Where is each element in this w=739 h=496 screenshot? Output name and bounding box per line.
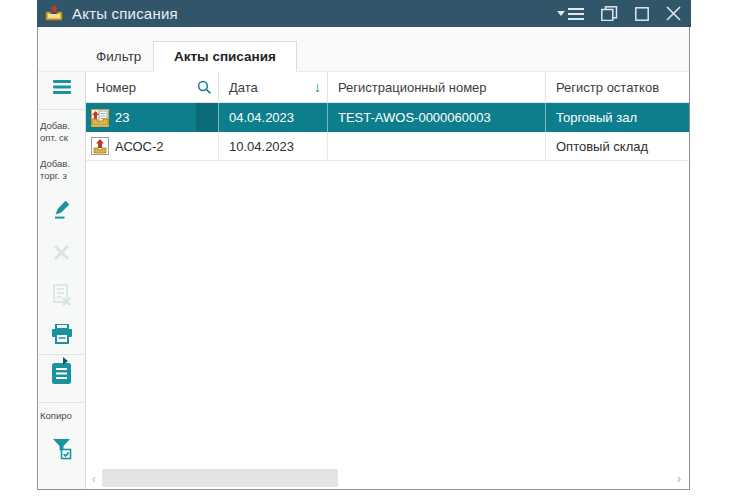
restore-window-button[interactable] [601,6,618,21]
hamburger-menu-icon [53,80,71,94]
table-row-selected[interactable]: 23 04.04.2023 TEST-AWOS-0000060003 Торго… [86,103,689,132]
pencil-edit-icon [51,198,72,220]
filter-checkbox-icon [52,438,72,460]
window-title: Акты списания [72,5,178,22]
acts-table: Номер Дата ↓ [86,72,689,489]
cell-number-value: 23 [115,110,129,125]
document-report-icon [51,362,72,385]
cell-number[interactable]: 23 [86,103,219,132]
cell-register-value: Оптовый склад [556,139,648,154]
submenu-arrow-icon [63,357,68,365]
scrollbar-thumb[interactable] [102,469,338,487]
sidebar-menu-button[interactable] [38,80,85,94]
maximize-window-icon [635,7,649,21]
add-tradehall-button[interactable]: Добав. торг. з [40,158,85,182]
scroll-right-button[interactable]: › [673,469,685,487]
chevron-left-icon: ‹ [92,471,96,486]
unposted-act-icon [91,137,109,155]
writeoff-act-app-icon [45,5,65,22]
maximize-window-button[interactable] [635,7,649,21]
cell-date-value: 10.04.2023 [229,139,294,154]
column-header-regnumber[interactable]: Регистрационный номер [328,72,546,102]
column-header-number[interactable]: Номер [86,72,219,102]
desktop-background: Акты списания [0,0,739,496]
menu-caret-icon [557,11,565,16]
table-header-row: Номер Дата ↓ [86,72,689,103]
scroll-left-button[interactable]: ‹ [88,469,100,487]
tab-writeoff-acts-label: Акты списания [174,49,276,64]
column-header-date-label: Дата [229,80,258,95]
window-menu-button[interactable] [557,8,584,20]
chevron-right-icon: › [677,471,681,486]
sidebar-divider [38,354,85,355]
cell-number[interactable]: АСОС-2 [86,132,219,160]
column-header-regnumber-label: Регистрационный номер [338,80,487,95]
column-header-register-label: Регистр остатков [556,80,659,95]
title-bar: Акты списания [37,0,691,27]
copy-button-label: Копиро [40,410,85,422]
delete-button[interactable] [38,244,85,261]
cell-regnumber[interactable] [328,132,546,160]
sort-descending-icon: ↓ [314,79,321,95]
cancel-posting-button[interactable] [38,284,85,306]
column-header-number-label: Номер [96,80,136,95]
cell-regnumber-value: TEST-AWOS-0000060003 [338,110,491,125]
add-wholesale-label-line2: опт. ск [40,132,85,144]
print-button[interactable] [38,324,85,344]
cell-date[interactable]: 04.04.2023 [219,103,328,132]
close-window-icon [666,6,681,21]
hamburger-lines-icon [568,8,584,20]
app-window: Акты списания [37,0,690,490]
horizontal-scrollbar[interactable]: ‹ › [88,469,687,487]
sidebar-divider [38,109,85,110]
tab-strip: Фильтр Акты списания [38,27,689,72]
cell-date-value: 04.04.2023 [229,110,294,125]
column-search-button[interactable] [197,72,212,102]
edit-button[interactable] [38,198,85,220]
sort-indicator[interactable]: ↓ [314,72,321,102]
tab-filter-label: Фильтр [96,49,141,64]
printer-icon [51,324,73,344]
cell-regnumber[interactable]: TEST-AWOS-0000060003 [328,103,546,132]
cell-register[interactable]: Торговый зал [546,103,689,132]
delete-x-icon [53,244,70,261]
tab-writeoff-acts[interactable]: Акты списания [153,41,297,72]
cell-date[interactable]: 10.04.2023 [219,132,328,160]
column-header-register[interactable]: Регистр остатков [546,72,689,102]
add-wholesale-label-line1: Добав. [40,120,85,132]
add-tradehall-label-line1: Добав. [40,158,85,170]
sidebar-divider [38,402,85,403]
search-icon [197,80,212,95]
restore-window-icon [601,6,618,21]
sidebar-toolbar: Добав. опт. ск Добав. торг. з [38,72,86,489]
cancel-document-icon [52,284,72,306]
close-window-button[interactable] [666,6,681,21]
cell-register-value: Торговый зал [556,110,637,125]
window-controls [557,0,681,27]
filter-button[interactable] [38,438,85,460]
posted-act-icon [91,109,109,127]
cell-register[interactable]: Оптовый склад [546,132,689,160]
add-tradehall-label-line2: торг. з [40,170,85,182]
table-row[interactable]: АСОС-2 10.04.2023 Оптовый склад [86,132,689,161]
column-header-date[interactable]: Дата ↓ [219,72,328,102]
cell-number-value: АСОС-2 [115,139,164,154]
main-area: Добав. опт. ск Добав. торг. з [38,72,689,489]
report-button[interactable] [38,362,85,389]
add-wholesale-button[interactable]: Добав. опт. ск [40,120,85,144]
tab-filter[interactable]: Фильтр [76,41,161,72]
copy-button[interactable]: Копиро [40,410,85,422]
